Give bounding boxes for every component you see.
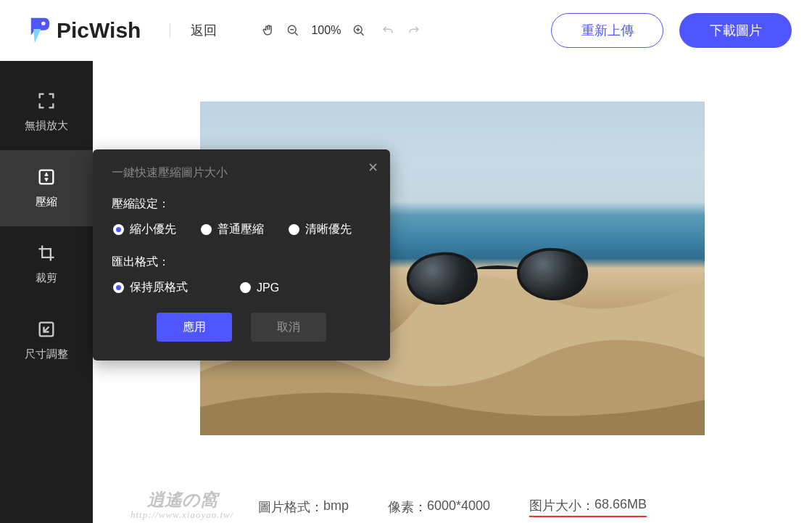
- zoom-level: 100%: [310, 24, 342, 37]
- radio-icon: [113, 224, 124, 235]
- svg-line-2: [295, 33, 298, 36]
- header: PicWish 返回 100%: [0, 0, 812, 61]
- sidebar-item-label: 尺寸調整: [25, 347, 68, 361]
- radio-label: 縮小優先: [130, 222, 176, 237]
- crop-icon: [36, 242, 57, 264]
- brand-logo[interactable]: PicWish: [26, 17, 141, 44]
- zoom-in-icon[interactable]: [351, 22, 367, 38]
- info-size-value: 68.66MB: [594, 497, 647, 514]
- info-format: 圖片格式： bmp: [258, 498, 349, 516]
- svg-line-5: [361, 33, 364, 36]
- reupload-button[interactable]: 重新上傳: [551, 13, 663, 48]
- svg-point-0: [41, 22, 45, 25]
- compress-dialog: ✕ 一鍵快速壓縮圖片大小 壓縮設定： 縮小優先 普通壓縮 清晰優先 匯出格式： …: [93, 149, 390, 361]
- apply-button[interactable]: 應用: [157, 313, 232, 342]
- radio-label: 清晰優先: [305, 222, 352, 237]
- brand-name: PicWish: [57, 18, 141, 43]
- back-link[interactable]: 返回: [191, 22, 217, 39]
- info-format-value: bmp: [323, 498, 349, 516]
- sidebar-item-label: 壓縮: [36, 195, 57, 209]
- info-size: 图片大小： 68.66MB: [529, 497, 647, 517]
- radio-jpg[interactable]: JPG: [240, 280, 279, 295]
- hand-icon[interactable]: [260, 22, 276, 38]
- redo-icon[interactable]: [406, 22, 422, 38]
- radio-label: 普通壓縮: [218, 222, 264, 237]
- history-tools: [380, 22, 422, 38]
- radio-icon: [113, 282, 124, 293]
- sidebar-item-label: 無損放大: [25, 119, 68, 133]
- image-info-bar: 圖片格式： bmp 像素： 6000*4000 图片大小： 68.66MB: [93, 497, 812, 517]
- info-size-label: 图片大小：: [529, 497, 594, 514]
- sidebar: 無損放大 壓縮 裁剪: [0, 61, 93, 523]
- expand-icon: [36, 90, 57, 112]
- info-pixels-value: 6000*4000: [427, 498, 490, 516]
- zoom-out-icon[interactable]: [285, 22, 301, 38]
- header-actions: 重新上傳 下載圖片: [551, 13, 792, 48]
- radio-clarity-priority[interactable]: 清晰優先: [289, 222, 352, 237]
- info-pixels-label: 像素：: [388, 498, 427, 516]
- cancel-button[interactable]: 取消: [251, 313, 326, 342]
- radio-normal-compress[interactable]: 普通壓縮: [201, 222, 264, 237]
- dialog-actions: 應用 取消: [112, 313, 371, 342]
- sidebar-item-crop[interactable]: 裁剪: [0, 226, 93, 302]
- undo-icon[interactable]: [380, 22, 396, 38]
- info-format-label: 圖片格式：: [258, 498, 323, 516]
- radio-icon: [201, 224, 212, 235]
- view-tools: 100%: [260, 22, 367, 38]
- svg-rect-8: [40, 170, 54, 184]
- compress-icon: [36, 166, 57, 188]
- radio-label: 保持原格式: [130, 280, 188, 295]
- compress-options: 縮小優先 普通壓縮 清晰優先: [112, 222, 371, 237]
- info-pixels: 像素： 6000*4000: [388, 498, 490, 516]
- radio-icon: [240, 282, 251, 293]
- sidebar-item-resize[interactable]: 尺寸調整: [0, 302, 93, 379]
- sidebar-item-compress[interactable]: 壓縮: [0, 150, 93, 226]
- close-icon[interactable]: ✕: [368, 160, 378, 176]
- export-format-label: 匯出格式：: [112, 255, 371, 270]
- sidebar-item-upscale[interactable]: 無損放大: [0, 74, 93, 150]
- radio-icon: [289, 224, 299, 235]
- radio-keep-format[interactable]: 保持原格式: [113, 280, 188, 295]
- sunglasses: [407, 248, 588, 313]
- dialog-title: 一鍵快速壓縮圖片大小: [112, 165, 371, 181]
- resize-icon: [36, 318, 57, 340]
- sidebar-item-label: 裁剪: [36, 271, 57, 285]
- compress-settings-label: 壓縮設定：: [112, 197, 371, 212]
- download-button[interactable]: 下載圖片: [679, 13, 792, 48]
- format-options: 保持原格式 JPG: [112, 280, 371, 295]
- radio-label: JPG: [257, 281, 279, 295]
- brand-mark-icon: [26, 17, 51, 44]
- divider: [170, 23, 170, 38]
- radio-shrink-priority[interactable]: 縮小優先: [113, 222, 176, 237]
